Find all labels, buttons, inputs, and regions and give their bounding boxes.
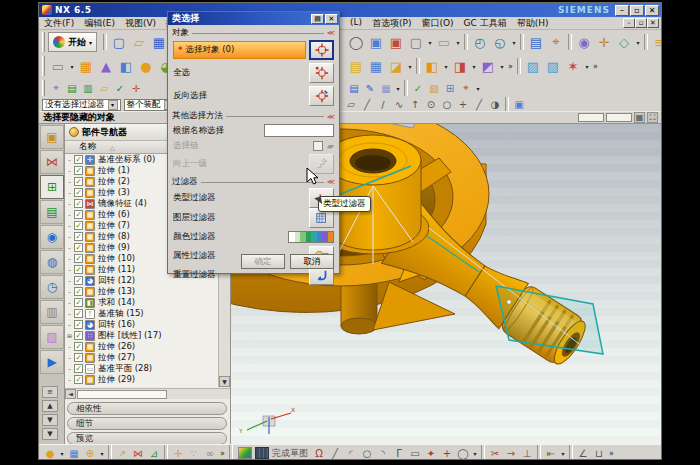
tree-checkbox[interactable]: ✓ (74, 210, 83, 219)
dialog-options-button[interactable]: ▤ (311, 14, 324, 24)
tree-checkbox[interactable]: ✓ (74, 276, 83, 285)
selection-filter-dropdown[interactable]: 没有选择过滤器 ▾ (42, 99, 121, 111)
fillet-tool-icon[interactable]: ◝ (375, 446, 391, 461)
select-object-row[interactable]: * 选择对象 (0) (173, 41, 306, 59)
tree-checkbox[interactable]: ✓ (74, 254, 83, 263)
chevron-down-icon[interactable]: ▾ (394, 85, 402, 92)
chevron-down-icon[interactable]: ▾ (442, 63, 450, 70)
make-corner-icon[interactable]: ⊥ (519, 446, 535, 461)
tree-row[interactable]: –✓↑基准轴 (15) (65, 308, 219, 319)
point-tool-icon[interactable]: + (439, 446, 455, 461)
wave-link-icon[interactable]: ↗ (114, 446, 130, 461)
chevron-down-icon[interactable]: ▾ (58, 450, 66, 457)
chevron-down-icon[interactable]: ▾ (474, 85, 482, 92)
quick-trim-icon[interactable]: ✂ (487, 446, 503, 461)
restore-button[interactable]: ▫ (630, 5, 644, 16)
unite-tool-icon[interactable]: ◧ (422, 56, 442, 76)
new-file-icon[interactable]: ▢ (109, 32, 129, 52)
offset-surface-tool-icon[interactable]: ▧ (543, 56, 563, 76)
child-restore-button[interactable]: ▫ (635, 18, 647, 28)
chevron-down-icon[interactable]: ▾ (108, 100, 118, 110)
tree-row[interactable]: –✓◧求和 (14) (65, 297, 219, 308)
chevron-down-icon[interactable]: ▾ (454, 39, 462, 46)
resource-tab-roles[interactable]: ▧ (40, 325, 64, 349)
resource-arrow-button-3[interactable]: ▼ (42, 428, 58, 440)
background-view-icon[interactable]: ▭ (434, 32, 454, 52)
close-button[interactable]: ✕ (645, 5, 659, 16)
display-mode-icon[interactable]: ◯ (346, 32, 366, 52)
menu-item[interactable]: GC 工具箱 (459, 17, 512, 30)
rectangle-tool-icon[interactable]: ▭ (407, 446, 423, 461)
subtract-tool-icon[interactable]: ◨ (450, 56, 470, 76)
block-tool-icon[interactable]: ◧ (116, 56, 136, 76)
tree-checkbox[interactable]: ✓ (74, 177, 83, 186)
finish-sketch-button[interactable]: 完成草图 (235, 446, 311, 461)
notebook-icon[interactable]: ▤ (346, 81, 362, 96)
details-panel[interactable]: 细节 (67, 417, 227, 430)
tree-checkbox[interactable]: ✓ (74, 287, 83, 296)
snap-curve-icon[interactable]: ∿ (391, 99, 407, 111)
tree-checkbox[interactable]: ✓ (74, 298, 83, 307)
csys-orient-icon[interactable]: ⌖ (546, 32, 566, 52)
layer-visible-icon[interactable]: ▥ (80, 81, 96, 96)
resource-tab-web-browser[interactable]: ◍ (40, 250, 64, 274)
corner-tool-icon[interactable]: Γ (391, 446, 407, 461)
resource-tab-constraint-navigator[interactable]: ⋈ (40, 150, 64, 174)
annotate-pen-icon[interactable]: ✎ (362, 81, 378, 96)
tree-checkbox[interactable]: ✓ (74, 199, 83, 208)
expression-calc-icon[interactable]: ▦ (378, 81, 394, 96)
menu-item[interactable]: 帮助(H) (512, 17, 554, 30)
menu-item[interactable]: (L) (345, 17, 367, 30)
assembly-constraint-icon[interactable]: ⊿ (146, 446, 162, 461)
resource-tab-touch-panel[interactable]: ▶ (40, 350, 64, 374)
collapse-icon[interactable]: ≪ (327, 112, 335, 119)
bounded-plane-icon[interactable]: ▦ (366, 56, 386, 76)
assembly-cube-icon[interactable]: ▦ (66, 446, 82, 461)
check-mate-icon[interactable]: ✓ (112, 81, 128, 96)
tree-checkbox[interactable]: ✓ (74, 265, 83, 274)
snap-point-icon[interactable]: + (455, 99, 471, 111)
snap-circle-icon[interactable]: ○ (439, 99, 455, 111)
bend-tool-icon[interactable]: ◪ (386, 56, 406, 76)
minimize-button[interactable]: – (615, 5, 629, 16)
remember-constraint-icon[interactable]: ✛ (170, 446, 186, 461)
section-tool-icon[interactable]: ≡ (650, 32, 662, 52)
intersect-tool-icon[interactable]: ◩ (478, 56, 498, 76)
child-minimize-button[interactable]: – (623, 18, 635, 28)
overflow-more-icon[interactable]: » (506, 62, 515, 71)
tree-checkbox[interactable]: ✓ (74, 342, 83, 351)
toolbar-grip[interactable] (42, 32, 45, 51)
customize-icon[interactable]: ✛ (128, 81, 144, 96)
ok-button[interactable]: 确定 (241, 254, 285, 269)
cancel-button[interactable]: 取消 (290, 254, 334, 269)
collapse-icon[interactable]: ≪ (327, 29, 335, 36)
tree-row[interactable]: –✓▦拉伸 (29) (65, 374, 219, 385)
resource-tab-hd3d-tools[interactable]: ◉ (40, 225, 64, 249)
mirror-assembly-icon[interactable]: ⋈ (130, 446, 146, 461)
resource-tab-assembly-navigator[interactable]: ▣ (40, 125, 64, 149)
dependencies-panel[interactable]: 相依性 (67, 402, 227, 415)
interpart-link-icon[interactable]: ∞ (202, 446, 218, 461)
preview-panel[interactable]: 预览 (67, 432, 227, 444)
constraint-nav-icon[interactable]: ⌖ (458, 81, 474, 96)
start-button[interactable]: 开始▾ (48, 32, 97, 52)
chevron-down-icon[interactable]: ▾ (470, 63, 478, 70)
ellipse-tool-icon[interactable]: ◯ (455, 446, 471, 461)
add-component-icon[interactable]: ⊕ (82, 446, 98, 461)
tree-checkbox[interactable]: ✓ (74, 353, 83, 362)
sphere-tool-icon[interactable]: ● (136, 56, 156, 76)
color-filter-swatch[interactable] (288, 231, 334, 243)
grid-status-icon[interactable]: ▦ (634, 112, 645, 123)
snap-center-icon[interactable]: ⊙ (423, 99, 439, 111)
resource-arrow-button-1[interactable]: ▲ (42, 400, 58, 412)
overflow-more-icon[interactable]: » (607, 449, 616, 458)
chevron-down-icon[interactable]: ▾ (406, 63, 414, 70)
tree-row[interactable]: –✓▦拉伸 (26) (65, 341, 219, 352)
shaded-view-icon[interactable]: ▣ (366, 32, 386, 52)
select-object-button[interactable] (309, 40, 334, 60)
title-bar[interactable]: NX 6.5 SIEMENS – ▫ ✕ (39, 3, 661, 17)
resource-tab-system-materials[interactable]: ▥ (40, 300, 64, 324)
wireframe-view-icon[interactable]: ▢ (406, 32, 426, 52)
dialog-title-bar[interactable]: 类选择 ▤ ✕ (168, 12, 339, 25)
scroll-down-button[interactable]: ▼ (219, 376, 230, 387)
